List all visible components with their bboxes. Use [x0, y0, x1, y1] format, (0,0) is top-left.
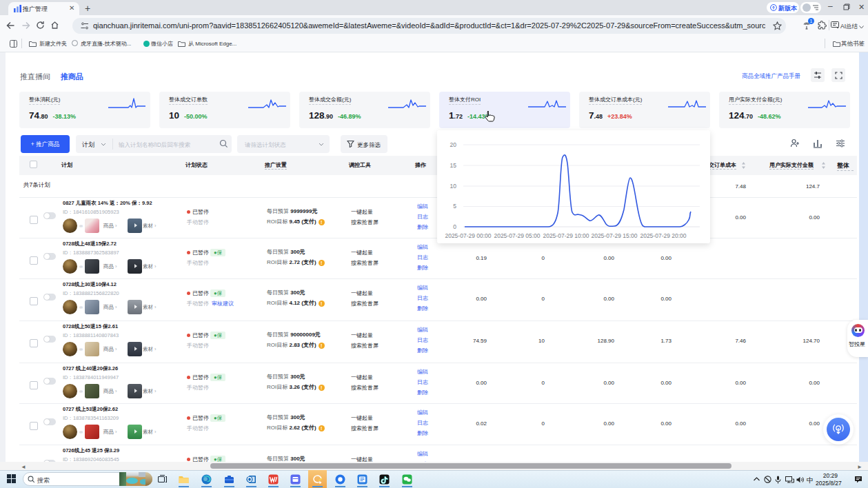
svg-text:5: 5 — [453, 203, 456, 210]
svg-text:2025-07-29 10:00: 2025-07-29 10:00 — [543, 232, 589, 239]
svg-text:0: 0 — [453, 223, 456, 230]
svg-text:2025-07-29 05:00: 2025-07-29 05:00 — [494, 232, 540, 239]
svg-text:20: 20 — [450, 141, 457, 148]
svg-text:2025-07-29 00:00: 2025-07-29 00:00 — [445, 232, 491, 239]
svg-text:15: 15 — [450, 162, 457, 169]
svg-text:2025-07-29 15:00: 2025-07-29 15:00 — [591, 232, 637, 239]
svg-text:2025-07-29 20:00: 2025-07-29 20:00 — [640, 232, 686, 239]
svg-text:10: 10 — [450, 183, 457, 190]
